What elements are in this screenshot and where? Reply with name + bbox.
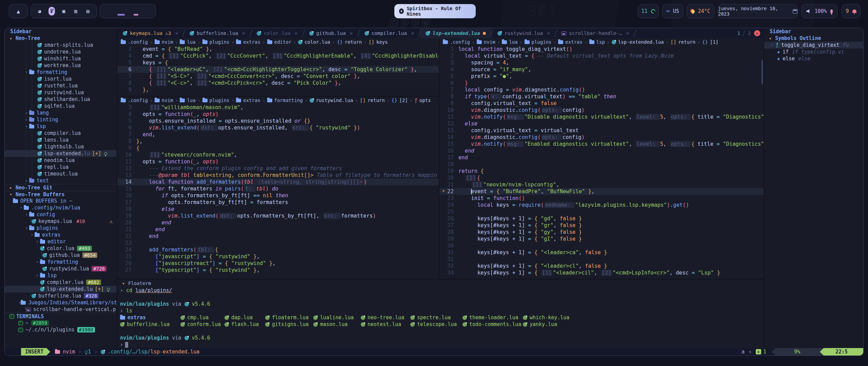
terminal-row[interactable]: › cd lua/plugins/ (117, 287, 764, 294)
ls-entry-todo-comments-lua[interactable]: todo-comments.lua (462, 321, 523, 327)
floaterm-panel[interactable]: ▾Floaterm› cd lua/plugins/nvim/lua/plugi… (117, 280, 764, 348)
buffer-item-color-lua[interactable]: color.lua#493 (5, 245, 117, 252)
buffer-item-compiler-lua[interactable]: compiler.lua#682 (5, 279, 117, 286)
outline-item-if[interactable]: ◆ifif type(config.vi (764, 48, 863, 55)
tree-item-isort-lua[interactable]: isort.lua (5, 76, 117, 82)
ls-entry-floaterm-lua[interactable]: floaterm.lua (265, 314, 313, 321)
tree-item-rustfmt-lua[interactable]: rustfmt.lua (5, 82, 117, 89)
tree-item-linting[interactable]: ▸linting (5, 116, 117, 123)
workspace-indicator[interactable] (100, 4, 156, 18)
tree-item-shellharden-lua[interactable]: shellharden.lua (5, 96, 117, 103)
tree-item-timeout-lua[interactable]: timeout.lua (5, 170, 117, 177)
floaterm-titlebar[interactable]: ▾Floaterm (117, 280, 764, 287)
terminal-item[interactable]: ~#2859 (5, 320, 117, 326)
music-widget[interactable]: Spiritbox - Rule Of Nines (394, 4, 476, 18)
ls-entry-flash-lua[interactable]: flash.lua (224, 321, 265, 327)
ls-entry-neotest-lua[interactable]: neotest.lua (361, 321, 410, 327)
tab-color-lua[interactable]: color.lua✕ (251, 28, 303, 38)
buffer-item-formatting[interactable]: ▾formatting (5, 259, 117, 265)
tree-item-lsp[interactable]: ▾lsp (5, 123, 117, 130)
tree-item-lens-lua[interactable]: lens.lua (5, 137, 117, 143)
tree-item-sqlfmt-lua[interactable]: sqlfmt.lua (5, 103, 117, 109)
tree-item-repl-lua[interactable]: repl.lua (5, 164, 117, 170)
ls-entry-telescope-lua[interactable]: telescope.lua (410, 321, 462, 327)
section-symbols-outline[interactable]: ▾Symbols Outline (764, 35, 863, 42)
buffer-item-extras[interactable]: ▾extras (5, 231, 117, 238)
scrollbar-thumb[interactable] (762, 60, 763, 84)
code-area[interactable]: 1local function toggle_diag_virtext()2 l… (439, 46, 764, 276)
ls-entry-which-key-lua[interactable]: which-key.lua (523, 314, 574, 321)
ls-entry-conform-lua[interactable]: conform.lua (180, 321, 224, 327)
section-terminals[interactable]: TERMINALS (5, 313, 117, 320)
ls-entry-gitsigns-lua[interactable]: gitsigns.lua (265, 321, 313, 327)
app-firefox-icon[interactable]: ◕ (36, 7, 43, 16)
ls-entry-lualine-lua[interactable]: lualine.lua (313, 314, 361, 321)
tree-item-test[interactable]: ▸test (5, 177, 117, 184)
tabline-close-button[interactable]: ✕ (754, 30, 760, 36)
ls-entry-neo-tree-lua[interactable]: neo-tree.lua (361, 314, 410, 321)
tab-bufferline-lua[interactable]: bufferline.lua✕ (184, 28, 251, 38)
code-area[interactable]: 3 [1]"williamboman/mason.nvim",4 opts = … (117, 104, 439, 273)
buffer-item-lsp[interactable]: ▾lsp (5, 272, 117, 279)
tree-item-neodim-lua[interactable]: neodim.lua (5, 157, 117, 164)
tab-keymaps-lua[interactable]: keymaps.lua⚠3✕ (117, 28, 183, 38)
tab-lsp-extended-lua[interactable]: lsp-extended.lua (420, 28, 491, 38)
clock-widget[interactable]: jueves, noviembre 16, 2023 (718, 4, 798, 18)
tree-item-lightbulb-lua[interactable]: lightbulb.lua (5, 143, 117, 150)
terminal-row[interactable]: › ls (117, 307, 764, 314)
ls-entry-bufferline-lua[interactable]: bufferline.lua (120, 321, 180, 327)
app-gamepad-icon[interactable]: ▣ (60, 7, 67, 16)
ls-entry-cmp-lua[interactable]: cmp.lua (180, 314, 224, 321)
ls-entry-dap-lua[interactable]: dap.lua (224, 314, 265, 321)
launcher-button[interactable]: ▲ (9, 4, 28, 18)
ls-entry-theme-loader-lua[interactable]: theme-loader.lua (462, 314, 523, 321)
buffer-item--config-nvim-lua[interactable]: ▾.config/nvim/lua (5, 204, 117, 211)
buffer-item-rustywind-lua[interactable]: └ rustywind.lua#726 (5, 265, 117, 272)
app-neovim-icon[interactable]: V (48, 7, 55, 16)
tree-item-smart-splits-lua[interactable]: smart-splits.lua (5, 42, 117, 48)
tab-compiler-lua[interactable]: compiler.lua✕ (359, 28, 420, 38)
tree-item-undotree-lua[interactable]: undotree.lua (5, 48, 117, 55)
weather-widget[interactable]: 24°C (687, 4, 714, 18)
buffer-item-github-lua[interactable]: └ github.lua#654 (5, 252, 117, 259)
ls-entry-yanky-lua[interactable]: yanky.lua (523, 321, 574, 327)
tab-scrollbar-handle-[interactable]: scrollbar-handle-…✕ (556, 28, 635, 38)
buffer-item-config[interactable]: ▾config (5, 211, 117, 218)
buffer-item-keymaps-lua[interactable]: └ keymaps.lua#10⚠ (5, 218, 117, 225)
editor-window-color[interactable]: .config›nvim›lua›plugins›extras›editor›c… (117, 38, 439, 96)
tree-item-winshift-lua[interactable]: winshift.lua (5, 55, 117, 62)
buffer-item-open-buffers-in-[interactable]: OPEN BUFFERS in ~ (5, 198, 117, 204)
tab-github-lua[interactable]: github.lua✕ (304, 28, 358, 38)
terminal-item[interactable]: ~/.c/n/l/plugins#3980 (5, 326, 117, 333)
buffer-item-juegos-indies-steamlibrary-st[interactable]: ▾Juegos/Indies/SteamLibrary/st (5, 299, 117, 306)
editor-window-lsp-extended[interactable]: .config›nvim›lua›plugins›extras›lsp›lsp-… (439, 38, 764, 279)
section-neo-tree-buffers[interactable]: ▾Neo-Tree Buffers (5, 191, 117, 198)
outline-item-toggle_diag_virtext[interactable]: ▾ƒtoggle_diag_virtextfu (764, 42, 863, 48)
buffer-item-lsp-extended-lu[interactable]: lsp-extended.lu[+] (5, 286, 117, 292)
section-neo-tree[interactable]: ▾Neo-Tree (5, 35, 117, 42)
tree-item-worktree-lua[interactable]: worktree.lua (5, 62, 117, 69)
buffer-item-plugins[interactable]: ▾plugins (5, 225, 117, 231)
tree-item-rustywind-lua[interactable]: rustywind.lua (5, 89, 117, 96)
buffer-item-editor[interactable]: ▾editor (5, 238, 117, 245)
notifications-widget[interactable]: 9 (842, 4, 861, 18)
code-area[interactable]: 3 event = { "BufRead" },4 cmd = { [1]"Cc… (117, 46, 439, 93)
ls-entry-extras[interactable]: extras (120, 314, 180, 321)
tree-item-lsp-extended-[interactable]: lsp-extended.lu[+] (5, 150, 117, 157)
tree-item-formatting[interactable]: ▾formatting (5, 69, 117, 76)
volume-widget[interactable]: 100% (802, 4, 837, 18)
app-windows-icon[interactable]: ▥ (73, 7, 79, 16)
outline-item-else[interactable]: ◆elseelse (764, 55, 863, 62)
terminal-row[interactable]: › (117, 341, 764, 348)
tab-rustywind-lua[interactable]: rustywind.lua✕ (492, 28, 555, 38)
tree-item-lang[interactable]: ▸lang (5, 109, 117, 116)
editor-window-rustywind[interactable]: .config›nvim›lua›plugins›extras›formatti… (117, 97, 439, 279)
keyboard-layout-widget[interactable]: ⌨ US (662, 4, 683, 18)
buffer-item-scrollbar-handle-vertical-p[interactable]: └ scrollbar-handle-vertical.p (5, 306, 117, 313)
ls-entry-mason-lua[interactable]: mason.lua (313, 321, 361, 327)
app-document-icon[interactable]: ▤ (84, 7, 91, 16)
buffer-item-bufferline-lua[interactable]: └ bufferline.lua#328 (5, 292, 117, 299)
ls-entry-spectre-lua[interactable]: spectre.lua (410, 314, 462, 321)
updates-widget[interactable]: 11 (638, 4, 659, 18)
tree-item-compiler-lua[interactable]: compiler.lua (5, 130, 117, 137)
